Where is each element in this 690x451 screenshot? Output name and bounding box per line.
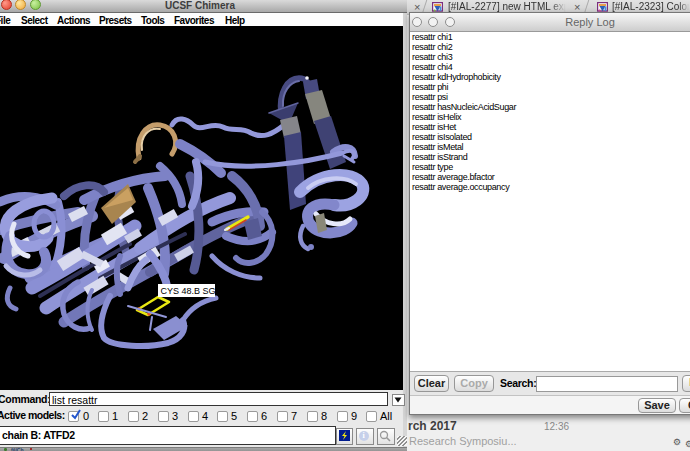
- svg-text:CYS 48.B SG: CYS 48.B SG: [161, 286, 216, 296]
